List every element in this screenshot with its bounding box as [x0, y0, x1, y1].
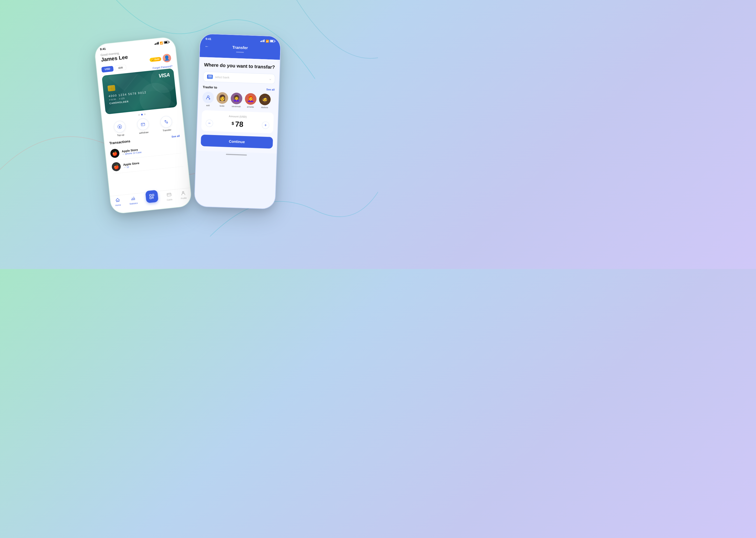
- withdraw-label: withdraw: [139, 131, 149, 134]
- tab-usd[interactable]: USD: [101, 66, 114, 73]
- svg-rect-11: [208, 76, 212, 76]
- transfer-see-all[interactable]: See all: [266, 88, 275, 91]
- tab-idr[interactable]: IDR: [115, 65, 126, 71]
- svg-rect-13: [208, 78, 212, 78]
- continue-button[interactable]: Continue: [201, 135, 273, 149]
- transfer-header: 9:41 📶 ← Transfer: [200, 34, 281, 60]
- minus-button[interactable]: −: [206, 120, 213, 127]
- contact-name-leslie: leslie: [220, 105, 225, 107]
- transaction-info-0: Apple Store → iphone 12 Case: [121, 148, 141, 155]
- amount-section: Amount (USD) − $ 78 +: [201, 110, 274, 134]
- nav-statistics[interactable]: Statistics: [129, 196, 138, 205]
- home-nav-label: Home: [115, 204, 121, 206]
- transfer-screen-title: Transfer: [232, 45, 248, 50]
- bottom-nav-home: Home Statistics: [110, 188, 192, 214]
- signal-icon-transfer: [260, 39, 264, 42]
- apple-icon-1: 🍎: [111, 162, 121, 172]
- home-bar: [226, 154, 247, 156]
- nav-profile[interactable]: Profile: [180, 190, 187, 200]
- cards-nav-icon: [166, 192, 172, 198]
- topup-button[interactable]: Top-up: [114, 120, 126, 137]
- svg-rect-8: [150, 197, 152, 199]
- contact-avatar-savannah: 👩‍🦱: [230, 92, 243, 105]
- transfer-question: Where do you want to transfar?: [204, 62, 276, 71]
- apple-icon-0: 🍎: [110, 148, 120, 158]
- transaction-info-1: Apple Store → 12: [123, 161, 140, 169]
- withdraw-icon: [136, 118, 149, 131]
- dot-2[interactable]: [141, 114, 143, 116]
- bank-select-dropdown[interactable]: selsct bank ⌵: [203, 72, 275, 84]
- signal-icon: [154, 42, 159, 45]
- profile-nav-label: Profile: [181, 197, 187, 200]
- plus-button[interactable]: +: [262, 122, 269, 129]
- svg-rect-9: [167, 193, 171, 196]
- add-contact-icon: [202, 92, 214, 104]
- topup-icon: [114, 120, 126, 133]
- amount-value: 78: [235, 120, 243, 129]
- bank-select-left: selsct bank: [207, 75, 230, 80]
- nav-home[interactable]: Home: [115, 197, 121, 207]
- amount-label: Amount (USD): [206, 114, 269, 119]
- contact-name-annette: annette: [247, 106, 254, 108]
- phone-home: 9:41 📶 Good morning, James Lee: [94, 36, 192, 215]
- cards-nav-label: Cards: [167, 198, 172, 201]
- time-transfer: 9:41: [206, 37, 211, 41]
- amount-display: $ 78: [231, 120, 244, 129]
- amount-currency: $: [231, 121, 234, 126]
- nav-cards[interactable]: Cards: [166, 192, 172, 201]
- svg-rect-4: [141, 123, 145, 126]
- dot-1: [138, 114, 140, 116]
- amount-control: − $ 78 +: [206, 119, 269, 130]
- bank-select-placeholder: selsct bank: [215, 76, 229, 79]
- contact-avatar-darlene: 🧔: [259, 93, 271, 106]
- svg-rect-7: [152, 194, 154, 196]
- svg-rect-12: [208, 77, 212, 77]
- transfer-label: Transfer: [163, 129, 171, 132]
- status-icons-transfer: 📶: [260, 39, 275, 42]
- status-icons-home: 📶: [154, 40, 169, 45]
- topup-label: Top-up: [117, 134, 124, 137]
- svg-point-10: [182, 191, 184, 193]
- contact-leslie[interactable]: 👩 leslie: [216, 92, 228, 108]
- transfer-to-header: Trasfer to See all: [203, 85, 275, 92]
- wifi-icon-transfer: 📶: [266, 39, 269, 42]
- dot-3: [144, 114, 146, 115]
- transactions-title: Transactions: [109, 139, 130, 145]
- svg-rect-5: [142, 125, 143, 125]
- user-avatar[interactable]: 👤: [162, 53, 172, 63]
- transfer-body: Where do you want to transfar? selsct ba…: [196, 57, 280, 154]
- contact-add[interactable]: add: [202, 92, 214, 107]
- back-button[interactable]: ←: [205, 44, 209, 49]
- statistics-nav-icon: [130, 196, 136, 202]
- home-nav-icon: [115, 197, 120, 204]
- withdraw-button[interactable]: withdraw: [136, 118, 150, 134]
- wifi-icon: 📶: [160, 41, 163, 44]
- card-chip: [108, 85, 116, 91]
- gold-badge: 🏆 Gold: [149, 57, 162, 62]
- contact-savannah[interactable]: 👩‍🦱 savannah: [230, 92, 243, 108]
- contact-annette[interactable]: 👩‍🦰 annette: [245, 93, 257, 108]
- time-home: 9:41: [100, 47, 106, 51]
- transfer-to-label: Trasfer to: [203, 85, 217, 89]
- statistics-nav-label: Statistics: [129, 202, 138, 205]
- chevron-down-icon: ⌵: [269, 77, 271, 81]
- contact-avatar-leslie: 👩: [216, 92, 228, 104]
- contacts-row: add 👩 leslie 👩‍🦱 savannah 👩‍: [202, 92, 275, 109]
- scan-icon[interactable]: [145, 190, 159, 203]
- credit-card: VISA 4000 1234 5678 9012 ≡ 01/30 ≡ 123 C…: [102, 68, 177, 115]
- profile-nav-icon: [181, 191, 186, 197]
- contact-avatar-annette: 👩‍🦰: [245, 93, 257, 105]
- contact-name-darlene: darlene: [261, 106, 268, 109]
- nav-center-scan[interactable]: [145, 193, 158, 203]
- card-brand: VISA: [158, 72, 170, 79]
- battery-icon-transfer: [270, 40, 275, 42]
- transfer-icon: [160, 116, 172, 128]
- phones-container: 9:41 📶 Good morning, James Lee: [97, 27, 281, 242]
- svg-rect-6: [149, 194, 151, 196]
- contact-darlene[interactable]: 🧔 darlene: [259, 93, 271, 109]
- transactions-see-all[interactable]: See all: [171, 134, 180, 138]
- transfer-button[interactable]: Transfer: [160, 116, 173, 132]
- phone-transfer: 9:41 📶 ← Transfer: [194, 33, 281, 209]
- battery-icon: [164, 41, 169, 44]
- contact-name-savannah: savannah: [231, 105, 241, 108]
